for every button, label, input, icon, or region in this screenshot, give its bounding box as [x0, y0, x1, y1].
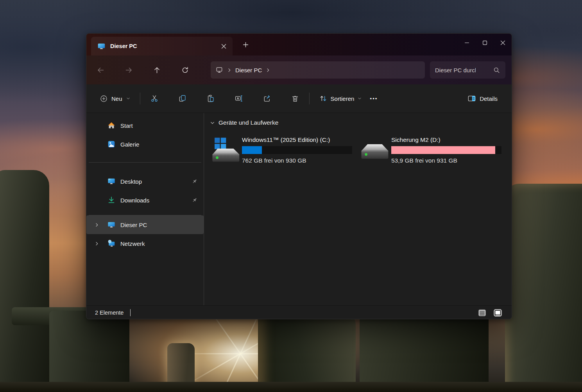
downloads-icon: [107, 196, 116, 204]
delete-button[interactable]: [287, 91, 303, 106]
drive-item-c[interactable]: Windows11™ (2025 Edition) (C:) 762 GB fr…: [210, 136, 359, 164]
up-button[interactable]: [149, 62, 165, 78]
chevron-down-icon: [126, 96, 131, 101]
share-button[interactable]: [259, 91, 275, 106]
drive-usage-bar: [391, 146, 501, 154]
new-button[interactable]: Neu: [96, 91, 134, 106]
drive-usage-bar: [242, 146, 352, 154]
chevron-down-icon[interactable]: [210, 120, 215, 126]
large-icons-view-icon: [493, 308, 502, 317]
forward-button[interactable]: [121, 62, 136, 78]
sidebar-item-dieser-pc[interactable]: Dieser PC: [86, 215, 204, 234]
new-button-label: Neu: [111, 95, 122, 102]
sort-button-label: Sortieren: [331, 95, 355, 102]
arrow-left-icon: [97, 66, 105, 74]
sidebar-item-galerie[interactable]: Galerie: [86, 136, 204, 152]
stonehenge-stone: [505, 184, 582, 392]
drive-list: Windows11™ (2025 Edition) (C:) 762 GB fr…: [210, 136, 512, 164]
drive-usage-fill: [391, 146, 495, 154]
chevron-right-icon: [227, 68, 232, 73]
details-button-label: Details: [480, 95, 498, 102]
sidebar-item-label: Desktop: [120, 178, 191, 185]
gallery-icon: [107, 140, 116, 149]
chevron-right-icon[interactable]: [265, 68, 270, 73]
rename-icon: [235, 94, 243, 103]
clipboard-group: [147, 91, 303, 106]
minimize-button[interactable]: [458, 34, 476, 52]
view-toggle-group: [477, 308, 503, 318]
back-button[interactable]: [93, 62, 108, 78]
home-icon: [107, 121, 116, 130]
rename-button[interactable]: [231, 91, 247, 106]
close-button[interactable]: [494, 34, 512, 52]
drive-icon: [359, 136, 390, 164]
section-header-devices-and-drives[interactable]: Geräte und Laufwerke: [210, 119, 512, 126]
list-view-icon: [478, 308, 487, 317]
close-icon: [500, 40, 506, 46]
details-pane-icon: [467, 94, 476, 103]
navigation-bar: Dieser PC Dieser PC durchsuchen: [86, 55, 512, 84]
items-view: Geräte und Laufwerke: [204, 113, 512, 305]
maximize-button[interactable]: [476, 34, 494, 52]
section-title: Geräte und Laufwerke: [218, 119, 278, 126]
sort-button[interactable]: Sortieren: [315, 91, 366, 106]
search-box[interactable]: Dieser PC durchsuchen: [430, 61, 505, 79]
cut-button[interactable]: [147, 91, 162, 106]
pin-icon: [191, 178, 198, 185]
pin-icon: [191, 197, 198, 204]
sidebar-item-label: Downloads: [120, 197, 191, 204]
sort-icon: [319, 94, 328, 103]
navigation-pane: Start Galerie: [86, 113, 204, 305]
explorer-tab[interactable]: Dieser PC: [91, 37, 233, 55]
ground: [0, 382, 582, 392]
toolbar-separator: [309, 93, 310, 104]
refresh-icon: [181, 66, 189, 74]
details-list-view-button[interactable]: [477, 308, 487, 318]
large-icons-view-button[interactable]: [492, 308, 503, 318]
sidebar-item-desktop[interactable]: Desktop: [86, 174, 204, 189]
status-bar: 2 Elemente: [86, 305, 512, 319]
more-options-button[interactable]: •••: [366, 91, 381, 106]
desktop-icon: [107, 177, 116, 186]
toolbar-separator: [140, 93, 140, 104]
paste-button[interactable]: [203, 91, 218, 106]
drive-usage-fill: [242, 146, 262, 154]
sidebar-separator: [89, 162, 201, 163]
plus-icon: [243, 42, 249, 48]
refresh-button[interactable]: [177, 62, 193, 78]
network-icon: [107, 239, 116, 248]
chevron-right-icon[interactable]: [94, 241, 107, 246]
copy-button[interactable]: [175, 91, 190, 106]
file-explorer-window: Dieser PC: [86, 33, 512, 319]
window-body: Start Galerie: [86, 113, 512, 305]
sidebar-item-netzwerk[interactable]: Netzwerk: [86, 234, 204, 253]
chevron-right-icon[interactable]: [94, 222, 107, 227]
computer-icon: [107, 220, 116, 229]
tab-close-button[interactable]: [218, 40, 229, 52]
sidebar-item-start[interactable]: Start: [86, 118, 204, 133]
window-controls: [458, 34, 512, 52]
close-icon: [221, 44, 226, 49]
drive-item-d[interactable]: Sicherung M2 (D:) 53,9 GB frei von 931 G…: [359, 136, 508, 164]
drive-free-space: 53,9 GB frei von 931 GB: [391, 157, 501, 164]
monitor-icon: [97, 42, 106, 50]
stonehenge-stone: [258, 313, 356, 392]
drive-name: Windows11™ (2025 Edition) (C:): [242, 136, 352, 143]
copy-icon: [178, 94, 187, 103]
maximize-icon: [482, 40, 488, 46]
titlebar[interactable]: Dieser PC: [86, 34, 512, 55]
sidebar-item-downloads[interactable]: Downloads: [86, 192, 204, 208]
new-tab-button[interactable]: [240, 39, 251, 50]
sidebar-item-label: Dieser PC: [120, 222, 198, 228]
search-icon[interactable]: [493, 66, 500, 74]
tab-title: Dieser PC: [110, 43, 218, 49]
this-pc-icon: [215, 66, 223, 74]
stonehenge-stone: [49, 311, 129, 392]
cut-icon: [150, 94, 159, 103]
details-view-button[interactable]: Details: [463, 91, 502, 106]
breadcrumb-root[interactable]: Dieser PC: [235, 67, 262, 73]
sidebar-item-label: Netzwerk: [120, 240, 198, 247]
address-bar[interactable]: Dieser PC: [211, 61, 425, 79]
sidebar-item-label: Galerie: [120, 141, 198, 148]
trash-icon: [291, 94, 299, 103]
